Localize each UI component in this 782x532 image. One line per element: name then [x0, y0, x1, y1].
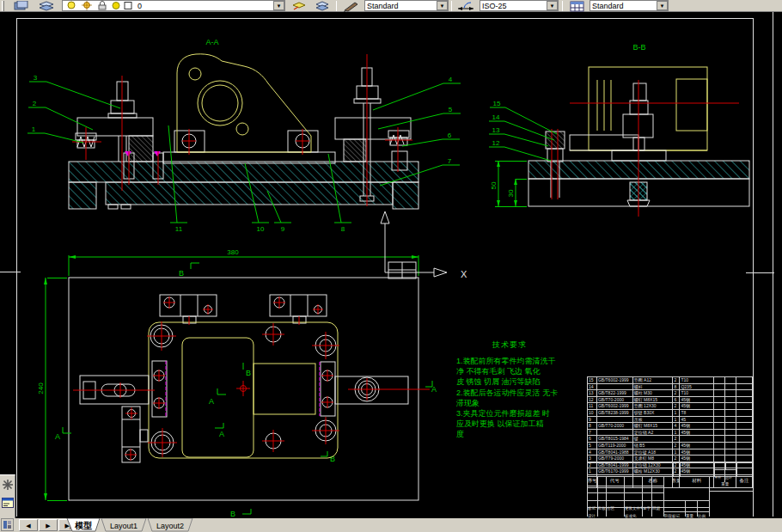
- col-weight: 单件 总计 重量: [714, 474, 736, 488]
- ucs-icon: [381, 211, 447, 278]
- balloon-3: 3: [34, 74, 38, 82]
- note-line: 皮 锈蚀 切屑 油污等缺陷: [456, 376, 568, 387]
- parts-row: 8GB/T70-2000螺钉 M8X15445钢: [588, 423, 753, 430]
- parts-row: 3GB/T79-2000支承钉 M8245钢: [588, 456, 753, 462]
- section-aa-title: A-A: [205, 38, 218, 46]
- balloon-9: 9: [281, 225, 285, 233]
- col-code: 代号: [597, 474, 633, 488]
- dim-style-arrow[interactable]: ▼: [547, 1, 558, 10]
- balloon-2: 2: [33, 100, 37, 107]
- balloon-5: 5: [449, 106, 453, 113]
- tb-zone: 分区: [607, 506, 615, 511]
- tab-model[interactable]: 模型: [74, 521, 92, 530]
- parts-row: 5GB/T119-2000销 B5245钢: [588, 443, 753, 449]
- balloon-14: 14: [492, 113, 500, 121]
- ucs-dock-icon[interactable]: [1, 518, 13, 530]
- layer-combo-arrow[interactable]: ▼: [273, 1, 284, 10]
- dim-50: 50: [490, 181, 498, 189]
- tb-change: 更改文件号: [625, 506, 642, 511]
- tab-nav-next[interactable]: ▶: [39, 519, 58, 531]
- balloon-15: 15: [493, 100, 501, 107]
- ucs-x-label: X: [461, 269, 467, 279]
- dim-380: 380: [227, 248, 239, 256]
- parts-row: 10GB/T8238-1999铰链 B30X1T8: [588, 410, 753, 417]
- parts-row: 6GB/T8015-1984键2: [588, 436, 753, 443]
- note-line: 度: [456, 429, 568, 439]
- table-style-combo[interactable]: Standard ▼: [590, 0, 669, 11]
- technical-notes: 技术要求 1.装配前所有零件均需清洗干净 不得有毛刺 飞边 氧化皮 锈蚀 切屑 …: [456, 339, 568, 440]
- parts-row: 9压板145: [588, 417, 753, 424]
- col-name: 名称: [633, 474, 674, 488]
- dim-style-icon[interactable]: [455, 0, 476, 11]
- mark-a-inner2: A: [219, 430, 224, 438]
- dim-240: 240: [37, 382, 45, 394]
- text-style-icon[interactable]: [341, 0, 362, 11]
- plot-icon: [111, 1, 123, 10]
- col-material: 材料: [680, 474, 714, 488]
- note-line: 净 不得有毛刺 飞边 氧化: [456, 366, 568, 376]
- parts-row: 7定位销 A2145钢: [588, 430, 753, 437]
- tab-nav-prev[interactable]: ◀: [19, 519, 38, 531]
- tooltip-icon[interactable]: [2, 497, 14, 509]
- autocad-window: { "toolbar": { "layer_value": "0", "text…: [0, 0, 782, 532]
- balloon-4: 4: [449, 76, 453, 83]
- drawing-canvas[interactable]: A-A: [0, 12, 782, 518]
- layer-combo[interactable]: 0 ▼: [62, 0, 285, 11]
- text-style-arrow[interactable]: ▼: [437, 1, 448, 10]
- text-style-value: Standard: [367, 2, 399, 10]
- balloon-7: 7: [448, 157, 452, 165]
- note-line: 应及时更换 以保证加工精: [456, 419, 568, 429]
- mark-b-bottom: B: [230, 510, 235, 518]
- balloon-1: 1: [32, 125, 36, 133]
- tab-layout2[interactable]: Layout2: [156, 522, 184, 530]
- plan-view: 380 240 B B A A A A B B: [37, 211, 467, 518]
- table-style-icon[interactable]: [567, 0, 588, 11]
- balloon-12: 12: [492, 139, 500, 147]
- balloon-6: 6: [448, 131, 452, 139]
- layer-name: 0: [137, 2, 142, 10]
- note-line: 2.装配后各运动件应灵活 无卡: [456, 388, 568, 398]
- note-line: 3.夹具定位元件磨损超差 时: [456, 408, 568, 419]
- toolbar-grip[interactable]: [2, 1, 4, 11]
- mark-b-top: B: [179, 269, 184, 278]
- section-bb-title: B-B: [632, 43, 645, 52]
- tb-mark: 标记: [588, 506, 598, 511]
- parts-row: 14螺杆8Q235: [588, 384, 753, 391]
- parts-row: 15GB/T6002-1999垫圈 A122T10: [588, 377, 753, 384]
- parts-row: 11GB/T6002-1999垫圈 12X30245钢: [588, 403, 753, 410]
- tab-layout1[interactable]: Layout1: [110, 522, 137, 530]
- mark-a-left: A: [55, 432, 60, 441]
- parts-list: 15GB/T6002-1999垫圈 A122T1014螺杆8Q23513GB/T…: [587, 376, 753, 474]
- mark-a-inner1: A: [209, 397, 214, 406]
- snap-icon[interactable]: [2, 479, 14, 491]
- layer-properties-icon[interactable]: [11, 0, 32, 11]
- note-line: 滞现象: [456, 398, 568, 408]
- balloon-11: 11: [175, 225, 183, 233]
- layer-previous-icon[interactable]: [313, 0, 332, 11]
- parts-row: 4GB/T8041-1988定位键 A18145钢: [588, 449, 753, 456]
- sun-icon: [80, 1, 95, 10]
- col-qty: 数量: [673, 474, 680, 488]
- tb-sign: 签字: [643, 506, 651, 511]
- tb-date: 日期: [652, 506, 663, 511]
- parts-row: 13GB/T822-1999螺柱 M302T10: [588, 390, 753, 397]
- parts-row: 12GB/T70-2000螺钉 M8X15645钢: [588, 397, 753, 404]
- balloon-13: 13: [492, 126, 500, 134]
- col-remark: 备注: [736, 474, 753, 488]
- table-style-arrow[interactable]: ▼: [657, 1, 668, 10]
- make-object-layer-current-icon[interactable]: [290, 0, 309, 11]
- mark-b-inner1: B: [246, 369, 251, 377]
- top-toolbar: 0 ▼ Standard ▼ ISO-25 ▼ Standard ▼: [0, 0, 782, 12]
- text-style-combo[interactable]: Standard ▼: [364, 0, 449, 11]
- layout-tab-bar: ◀ ▶ ▶| 模型 Layout1 Layout2: [0, 518, 782, 532]
- parts-row: 2GB/T8041-1999定位销 12X30245钢: [588, 462, 753, 469]
- layers-icon[interactable]: [36, 0, 57, 11]
- table-style-value: Standard: [592, 2, 624, 10]
- section-bb-view: B-B: [489, 43, 749, 217]
- dim-style-combo[interactable]: ISO-25 ▼: [480, 0, 559, 11]
- layer-color-swatch: [123, 1, 135, 10]
- col-no: 序号: [588, 474, 597, 488]
- notes-title: 技术要求: [492, 339, 568, 351]
- balloon-8: 8: [341, 225, 345, 233]
- dim-style-value: ISO-25: [482, 2, 507, 10]
